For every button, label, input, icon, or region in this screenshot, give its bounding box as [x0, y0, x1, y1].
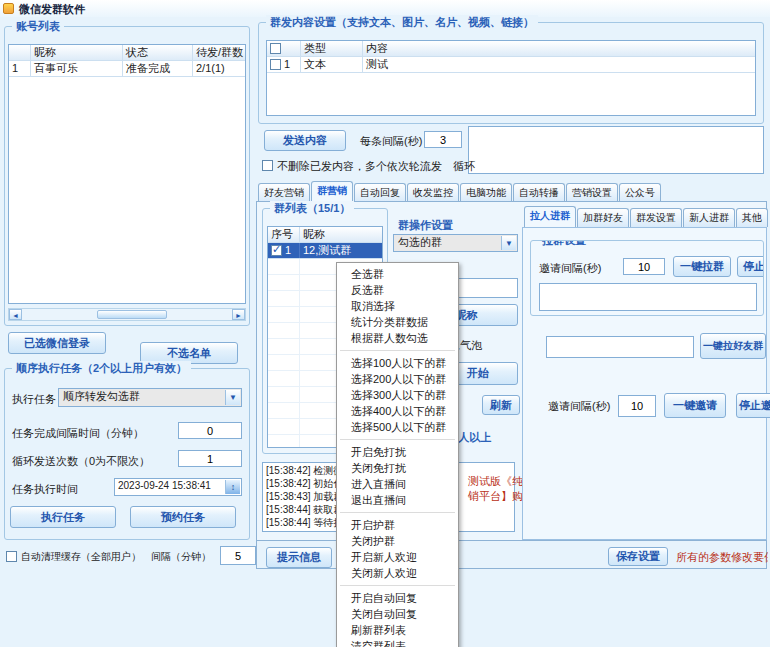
menu-item-12[interactable]: 开启免打扰	[337, 444, 458, 460]
right-tab-4[interactable]: 其他	[736, 208, 768, 227]
column-header-nickname[interactable]: 昵称	[31, 45, 123, 60]
auto-clean-checkbox[interactable]	[6, 551, 17, 562]
group-row-selected[interactable]: 1 12,测试群	[268, 243, 382, 259]
menu-item-24[interactable]: 刷新群列表	[337, 622, 458, 638]
menu-item-17[interactable]: 开启护群	[337, 517, 458, 533]
menu-item-6[interactable]: 选择100人以下的群	[337, 355, 458, 371]
column-header-type[interactable]: 类型	[301, 41, 363, 56]
app-window: 微信发群软件 账号列表 昵称 状态 待发/群数 1 百事可乐 准备完成 2/1(…	[0, 0, 770, 647]
column-header-check[interactable]	[267, 41, 301, 56]
main-tab-7[interactable]: 公众号	[619, 183, 661, 202]
cell	[268, 275, 300, 290]
row-checkbox[interactable]	[270, 59, 281, 70]
group-context-menu: 全选群反选群取消选择统计分类群数据根据群人数勾选选择100人以下的群选择200人…	[336, 262, 459, 647]
scroll-right-icon[interactable]: ►	[232, 309, 245, 320]
menu-item-22[interactable]: 开启自动回复	[337, 590, 458, 606]
menu-item-0[interactable]: 全选群	[337, 266, 458, 282]
menu-item-9[interactable]: 选择400人以下的群	[337, 403, 458, 419]
pull-group-button[interactable]: 一键拉群	[673, 256, 731, 277]
invite-gap-input[interactable]	[623, 258, 665, 275]
content-preview-box[interactable]	[468, 126, 764, 174]
loop-count-input[interactable]	[178, 450, 242, 467]
account-row[interactable]: 1 百事可乐 准备完成 2/1(1)	[9, 61, 245, 77]
reserve-task-button[interactable]: 预约任务	[130, 506, 236, 528]
cell	[268, 371, 300, 386]
right-tab-0[interactable]: 拉人进群	[524, 206, 576, 227]
clean-interval-input[interactable]	[220, 546, 256, 565]
account-panel-title: 账号列表	[12, 19, 64, 34]
run-task-button[interactable]: 执行任务	[10, 506, 116, 528]
group-table-header: 序号 昵称	[268, 227, 382, 243]
main-tab-1[interactable]: 群营销	[311, 181, 353, 202]
main-tab-4[interactable]: 电脑功能	[460, 183, 512, 202]
menu-item-15[interactable]: 退出直播间	[337, 492, 458, 508]
task-gap-input[interactable]	[178, 422, 242, 439]
friend-input[interactable]	[546, 336, 694, 358]
menu-item-14[interactable]: 进入直播间	[337, 476, 458, 492]
account-table-hscrollbar[interactable]: ◄ ►	[8, 308, 246, 321]
refresh-button[interactable]: 刷新	[482, 395, 520, 415]
menu-item-1[interactable]: 反选群	[337, 282, 458, 298]
group-op-dropdown[interactable]: 勾选的群 ▼	[393, 234, 518, 252]
exec-task-dropdown[interactable]: 顺序转发勾选群 ▼	[58, 388, 242, 407]
msg-gap-input[interactable]	[424, 131, 462, 148]
send-content-button[interactable]: 发送内容	[264, 130, 346, 151]
pull-friend-button[interactable]: 一键拉好友群	[700, 333, 766, 359]
menu-item-2[interactable]: 取消选择	[337, 298, 458, 314]
main-tab-3[interactable]: 收发监控	[407, 183, 459, 202]
menu-item-3[interactable]: 统计分类群数据	[337, 314, 458, 330]
chevron-down-icon[interactable]: ▼	[225, 390, 240, 405]
column-header-groupname[interactable]: 昵称	[300, 227, 382, 242]
menu-item-20[interactable]: 关闭新人欢迎	[337, 565, 458, 581]
main-tab-5[interactable]: 自动转播	[513, 183, 565, 202]
menu-item-7[interactable]: 选择200人以下的群	[337, 371, 458, 387]
menu-item-4[interactable]: 根据群人数勾选	[337, 330, 458, 346]
keep-content-checkbox[interactable]	[262, 160, 273, 171]
cell	[268, 259, 300, 274]
chevron-down-icon[interactable]: ▼	[501, 236, 516, 250]
group-checkbox[interactable]	[271, 245, 282, 256]
tips-button[interactable]: 提示信息	[266, 547, 332, 568]
group-index: 1	[282, 244, 291, 256]
invite-button[interactable]: 一键邀请	[664, 393, 726, 418]
content-table: 类型 内容 1 文本 测试	[266, 40, 756, 116]
content-row[interactable]: 1 文本 测试	[267, 57, 755, 73]
login-selected-button[interactable]: 已选微信登录	[8, 332, 106, 354]
menu-item-25[interactable]: 清空群列表	[337, 638, 458, 647]
cell	[268, 355, 300, 370]
column-header-content[interactable]: 内容	[363, 41, 755, 56]
select-all-checkbox[interactable]	[270, 43, 281, 54]
content-check-cell[interactable]: 1	[267, 57, 301, 72]
cell	[268, 339, 300, 354]
right-tab-3[interactable]: 新人进群	[683, 208, 735, 227]
menu-item-18[interactable]: 关闭护群	[337, 533, 458, 549]
right-tab-2[interactable]: 群发设置	[630, 208, 682, 227]
group-check-cell[interactable]: 1	[268, 243, 300, 258]
group-name: 12,测试群	[300, 243, 382, 258]
content-panel-title: 群发内容设置（支持文本、图片、名片、视频、链接）	[266, 15, 538, 30]
scroll-left-icon[interactable]: ◄	[9, 309, 22, 320]
pull-settings-title: 拉群设置	[538, 240, 590, 248]
invite-gap2-input[interactable]	[618, 395, 656, 417]
main-tab-6[interactable]: 营销设置	[566, 183, 618, 202]
menu-item-23[interactable]: 关闭自动回复	[337, 606, 458, 622]
save-settings-button[interactable]: 保存设置	[608, 547, 668, 566]
column-header[interactable]	[9, 45, 31, 60]
column-header-count[interactable]: 待发/群数	[193, 45, 245, 60]
content-table-header: 类型 内容	[267, 41, 755, 57]
main-tab-2[interactable]: 自动回复	[354, 183, 406, 202]
exec-time-input[interactable]: 2023-09-24 15:38:41 ↕	[114, 478, 242, 496]
column-header-index[interactable]: 序号	[268, 227, 300, 242]
datetime-spinner-icon[interactable]: ↕	[225, 480, 240, 494]
stop-invite-button[interactable]: 停止邀请	[736, 393, 770, 418]
stop-pull-button[interactable]: 停止拉群	[737, 256, 764, 277]
menu-item-19[interactable]: 开启新人欢迎	[337, 549, 458, 565]
menu-item-8[interactable]: 选择300人以下的群	[337, 387, 458, 403]
menu-item-10[interactable]: 选择500人以下的群	[337, 419, 458, 435]
main-tab-0[interactable]: 好友营销	[258, 183, 310, 202]
right-tab-1[interactable]: 加群好友	[577, 208, 629, 227]
scrollbar-thumb[interactable]	[97, 310, 167, 319]
column-header-status[interactable]: 状态	[123, 45, 193, 60]
pull-list-box[interactable]	[539, 283, 757, 311]
menu-item-13[interactable]: 关闭免打扰	[337, 460, 458, 476]
